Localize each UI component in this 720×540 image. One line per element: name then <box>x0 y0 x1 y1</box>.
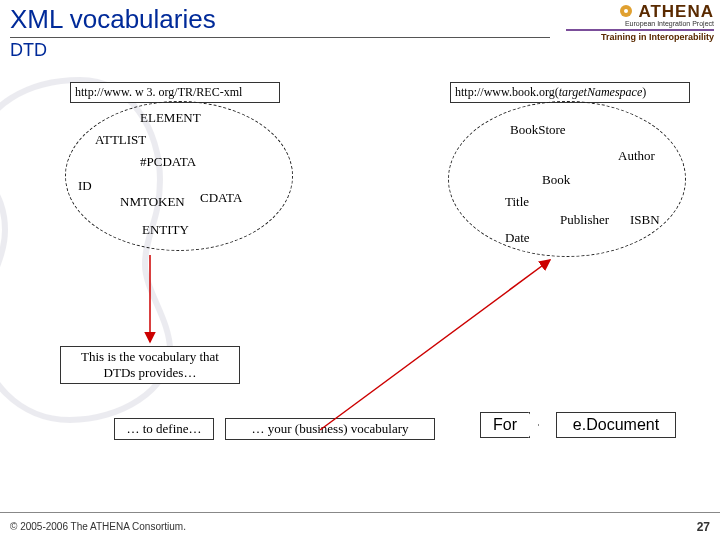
term-entity: ENTITY <box>142 222 189 238</box>
arrow-biz-to-ellipse <box>320 260 550 430</box>
term-bookstore: BookStore <box>510 122 566 138</box>
slide-title: XML vocabularies <box>10 4 550 38</box>
caption-dtd-line2: DTDs provides… <box>67 365 233 381</box>
brand-tagline: Training in Interoperability <box>566 32 714 42</box>
caption-to-define: … to define… <box>114 418 214 440</box>
svg-point-1 <box>624 9 628 13</box>
slide-footer: © 2005-2006 The ATHENA Consortium. 27 <box>0 512 720 540</box>
url-right-pre: http://www.book.org( <box>455 85 559 99</box>
term-publisher: Publisher <box>560 212 609 228</box>
term-attlist: ATTLIST <box>95 132 146 148</box>
term-id: ID <box>78 178 92 194</box>
term-author: Author <box>618 148 655 164</box>
term-book: Book <box>542 172 570 188</box>
caption-dtd-line1: This is the vocabulary that <box>67 349 233 365</box>
caption-dtd-vocab: This is the vocabulary that DTDs provide… <box>60 346 240 384</box>
slide-header: XML vocabularies DTD ATHENA European Int… <box>0 0 720 60</box>
url-box-book: http://www.book.org(targetNamespace) <box>450 82 690 103</box>
copyright-text: © 2005-2006 The ATHENA Consortium. <box>10 521 186 532</box>
term-isbn: ISBN <box>630 212 660 228</box>
term-element: ELEMENT <box>140 110 201 126</box>
tag-for: For <box>480 412 530 438</box>
star-icon <box>618 3 634 19</box>
term-pcdata: #PCDATA <box>140 154 196 170</box>
term-cdata: CDATA <box>200 190 242 206</box>
brand-logo-block: ATHENA European Integration Project Trai… <box>560 0 720 60</box>
term-nmtoken: NMTOKEN <box>120 194 185 210</box>
url-box-w3c: http://www. w 3. org/TR/REC-xml <box>70 82 280 103</box>
tag-edocument: e.Document <box>556 412 676 438</box>
term-date: Date <box>505 230 530 246</box>
page-number: 27 <box>697 520 710 534</box>
brand-name: ATHENA <box>638 2 714 21</box>
brand-subtext: European Integration Project <box>566 20 714 27</box>
url-right-close: ) <box>642 85 646 99</box>
url-right-em: targetNamespace <box>559 85 643 99</box>
term-title: Title <box>505 194 529 210</box>
diagram-canvas: http://www. w 3. org/TR/REC-xml http://w… <box>0 60 720 512</box>
slide-subtitle: DTD <box>10 40 550 61</box>
caption-business-vocab: … your (business) vocabulary <box>225 418 435 440</box>
